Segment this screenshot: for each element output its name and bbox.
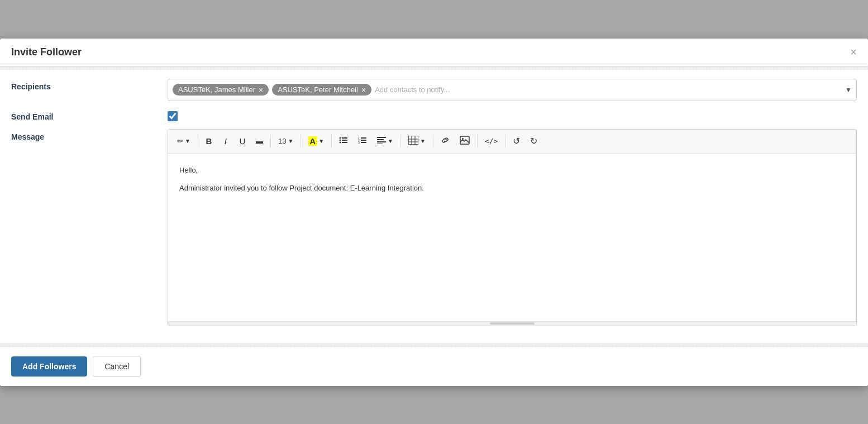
recipients-dropdown-arrow[interactable]: ▼ bbox=[845, 86, 852, 94]
tag-peter-mitchell-remove[interactable]: × bbox=[361, 86, 366, 94]
table-caret: ▼ bbox=[420, 138, 426, 144]
table-icon bbox=[408, 136, 418, 146]
svg-rect-14 bbox=[377, 141, 386, 142]
pen-icon: ✏ bbox=[177, 137, 183, 145]
eraser-icon: ▬ bbox=[256, 137, 263, 145]
table-button[interactable]: ▼ bbox=[404, 133, 430, 150]
redo-button[interactable]: ↻ bbox=[526, 133, 542, 150]
tag-james-miller-remove[interactable]: × bbox=[259, 86, 263, 94]
footer-separator bbox=[0, 343, 868, 346]
svg-rect-3 bbox=[342, 140, 347, 141]
send-email-checkbox-container bbox=[168, 109, 857, 121]
svg-point-0 bbox=[340, 137, 341, 139]
font-color-button[interactable]: A ▼ bbox=[304, 133, 328, 150]
font-color-caret: ▼ bbox=[318, 138, 324, 144]
code-icon: </> bbox=[485, 137, 498, 145]
send-email-row: Send Email bbox=[11, 109, 857, 121]
message-body: Administrator invited you to follow Proj… bbox=[179, 183, 845, 194]
underline-button[interactable]: U bbox=[235, 133, 250, 150]
code-button[interactable]: </> bbox=[480, 133, 502, 150]
svg-rect-9 bbox=[361, 140, 366, 141]
recipients-label: Recipients bbox=[11, 79, 168, 91]
svg-rect-12 bbox=[377, 137, 386, 138]
tag-peter-mitchell-label: ASUSTeK, Peter Mitchell bbox=[278, 85, 358, 94]
undo-button[interactable]: ↺ bbox=[508, 133, 524, 150]
bullet-list-icon bbox=[339, 136, 348, 146]
image-icon bbox=[460, 136, 470, 146]
svg-rect-5 bbox=[342, 142, 347, 143]
recipients-row: Recipients ASUSTeK, James Miller × ASUST… bbox=[11, 79, 857, 101]
font-size-label: 13 bbox=[278, 137, 286, 145]
modal-footer: Add Followers Cancel bbox=[0, 346, 868, 386]
svg-rect-16 bbox=[408, 136, 418, 145]
separator-4 bbox=[331, 135, 332, 148]
close-button[interactable]: × bbox=[850, 46, 857, 58]
editor-container: ✏ ▼ B I U bbox=[168, 129, 857, 326]
image-button[interactable] bbox=[455, 133, 474, 150]
tag-peter-mitchell: ASUSTeK, Peter Mitchell × bbox=[272, 84, 371, 96]
align-caret: ▼ bbox=[388, 138, 393, 144]
undo-icon: ↺ bbox=[513, 136, 520, 146]
align-button[interactable]: ▼ bbox=[373, 133, 398, 150]
message-content: ✏ ▼ B I U bbox=[168, 129, 857, 326]
svg-rect-1 bbox=[342, 137, 347, 139]
separator-6 bbox=[433, 135, 433, 148]
font-size-caret: ▼ bbox=[288, 138, 293, 144]
link-icon bbox=[441, 136, 450, 146]
bold-button[interactable]: B bbox=[201, 133, 217, 150]
svg-rect-13 bbox=[377, 139, 384, 140]
send-email-content bbox=[168, 109, 857, 121]
separator-1 bbox=[198, 135, 198, 148]
modal-overlay: Invite Follower × Recipients ASUSTeK, Ja… bbox=[0, 0, 868, 424]
recipients-field[interactable]: ASUSTeK, James Miller × ASUSTeK, Peter M… bbox=[168, 79, 857, 101]
svg-rect-11 bbox=[361, 142, 366, 143]
message-row: Message ✏ ▼ bbox=[11, 129, 857, 326]
editor-toolbar: ✏ ▼ B I U bbox=[168, 130, 856, 154]
svg-text:3.: 3. bbox=[358, 141, 360, 144]
svg-point-2 bbox=[340, 140, 341, 141]
editor-content[interactable]: Hello, Administrator invited you to foll… bbox=[168, 154, 856, 321]
font-size-button[interactable]: 13 ▼ bbox=[274, 133, 298, 150]
font-color-a-icon: A bbox=[308, 136, 317, 146]
redo-icon: ↻ bbox=[530, 136, 537, 146]
modal-title: Invite Follower bbox=[11, 46, 82, 58]
editor-scrollbar[interactable] bbox=[168, 321, 856, 326]
tag-james-miller-label: ASUSTeK, James Miller bbox=[178, 85, 255, 94]
separator-2 bbox=[270, 135, 271, 148]
bullet-list-button[interactable] bbox=[335, 133, 352, 150]
italic-button[interactable]: I bbox=[218, 133, 233, 150]
modal-body: Recipients ASUSTeK, James Miller × ASUST… bbox=[0, 70, 868, 343]
svg-rect-15 bbox=[377, 144, 383, 144]
style-button[interactable]: ✏ ▼ bbox=[173, 133, 195, 150]
align-icon bbox=[377, 136, 386, 146]
recipients-content: ASUSTeK, James Miller × ASUSTeK, Peter M… bbox=[168, 79, 857, 101]
svg-rect-7 bbox=[361, 137, 366, 139]
cancel-button[interactable]: Cancel bbox=[93, 356, 141, 377]
modal-header: Invite Follower × bbox=[0, 39, 868, 66]
tag-james-miller: ASUSTeK, James Miller × bbox=[173, 84, 269, 96]
message-label: Message bbox=[11, 129, 168, 141]
separator-5 bbox=[400, 135, 401, 148]
form-area: Recipients ASUSTeK, James Miller × ASUST… bbox=[0, 70, 868, 343]
send-email-checkbox[interactable] bbox=[168, 111, 178, 121]
separator-8 bbox=[505, 135, 505, 148]
numbered-list-icon: 1. 2. 3. bbox=[358, 136, 367, 146]
modal: Invite Follower × Recipients ASUSTeK, Ja… bbox=[0, 39, 868, 386]
recipients-placeholder[interactable]: Add contacts to notify... bbox=[375, 85, 842, 94]
separator-3 bbox=[301, 135, 301, 148]
svg-point-4 bbox=[340, 142, 341, 144]
send-email-label: Send Email bbox=[11, 109, 168, 121]
header-separator bbox=[0, 66, 868, 70]
scrollbar-thumb bbox=[490, 322, 535, 325]
separator-7 bbox=[477, 135, 478, 148]
numbered-list-button[interactable]: 1. 2. 3. bbox=[354, 133, 371, 150]
add-followers-button[interactable]: Add Followers bbox=[11, 356, 87, 377]
link-button[interactable] bbox=[436, 133, 454, 150]
message-greeting: Hello, bbox=[179, 165, 845, 177]
style-caret: ▼ bbox=[185, 138, 190, 144]
eraser-button[interactable]: ▬ bbox=[251, 133, 268, 150]
